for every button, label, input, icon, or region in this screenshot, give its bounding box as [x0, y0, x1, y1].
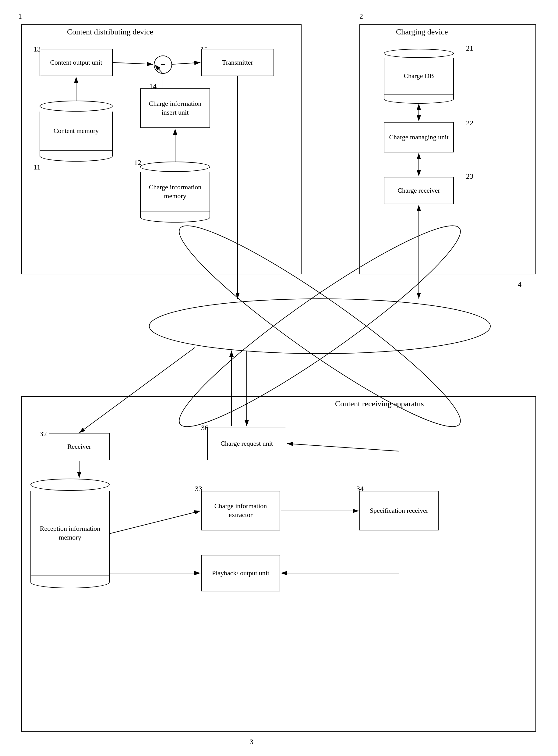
- charge-request-unit-label: Charge request unit: [221, 439, 273, 448]
- playback-output-unit-box: Playback/ output unit: [201, 555, 280, 591]
- charge-receiver-box: Charge receiver: [384, 177, 454, 204]
- charge-information-memory-cylinder: Charge information memory: [140, 162, 210, 222]
- charge-information-extractor-box: Charge information extractor: [201, 491, 280, 531]
- content-memory-cylinder: Content memory: [40, 101, 113, 162]
- charge-information-insert-unit-box: Charge information insert unit: [140, 89, 210, 128]
- reception-information-memory-cylinder: Reception information memory: [30, 479, 110, 588]
- charge-information-memory-label: Charge information memory: [143, 183, 207, 200]
- charge-information-insert-unit-label: Charge information insert unit: [141, 99, 209, 117]
- receiver-box: Receiver: [49, 433, 110, 460]
- ref-1: 1: [18, 12, 22, 20]
- content-receiving-label: Content receiving apparatus: [335, 399, 424, 409]
- transmitter-label: Transmitter: [222, 58, 253, 67]
- ref-2: 2: [359, 12, 363, 20]
- playback-output-unit-label: Playback/ output unit: [212, 569, 269, 578]
- ref-32: 32: [40, 430, 47, 438]
- charge-db-cylinder: Charge DB: [384, 49, 454, 104]
- transmitter-box: Transmitter: [201, 49, 274, 76]
- charge-managing-unit-box: Charge managing unit: [384, 122, 454, 152]
- ref-21: 21: [466, 44, 473, 52]
- content-memory-label: Content memory: [54, 126, 99, 135]
- charge-information-extractor-label: Charge information extractor: [202, 502, 280, 519]
- ref-22: 22: [466, 119, 473, 127]
- charge-receiver-label: Charge receiver: [398, 186, 440, 195]
- ref-11: 11: [33, 163, 41, 171]
- plus-circle: +: [154, 55, 172, 74]
- charge-managing-unit-label: Charge managing unit: [389, 133, 448, 142]
- specification-receiver-label: Specification receiver: [370, 506, 428, 515]
- ref-23: 23: [466, 172, 473, 180]
- svg-point-14: [149, 299, 490, 353]
- specification-receiver-box: Specification receiver: [359, 491, 439, 531]
- charging-device-label: Charging device: [396, 27, 448, 36]
- receiver-label: Receiver: [67, 442, 91, 451]
- ref-3: 3: [250, 738, 253, 746]
- ref-4: 4: [518, 281, 522, 289]
- reception-information-memory-label: Reception information memory: [35, 524, 105, 542]
- content-output-unit-label: Content output unit: [50, 58, 102, 67]
- charge-db-label: Charge DB: [404, 72, 434, 80]
- charge-request-unit-box: Charge request unit: [207, 427, 286, 460]
- content-distributing-label: Content distributing device: [67, 27, 153, 36]
- content-output-unit-box: Content output unit: [40, 49, 113, 76]
